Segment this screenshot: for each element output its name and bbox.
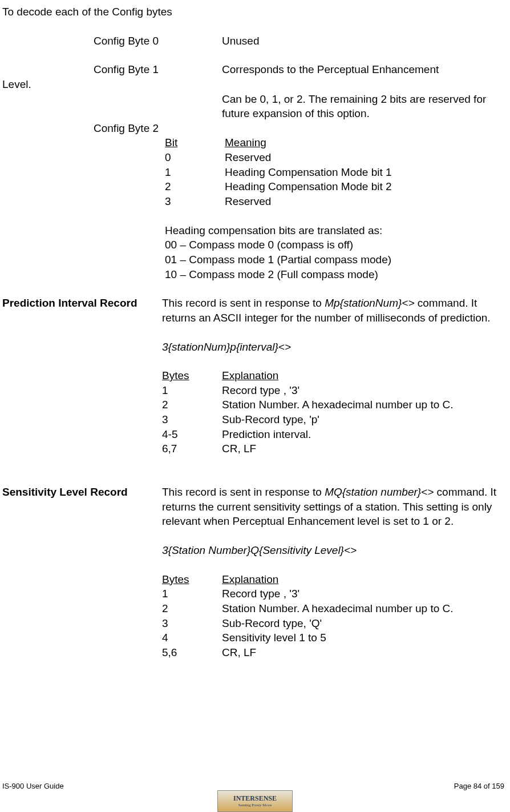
cb2-meaning-header: Meaning [225,135,504,150]
cb2-row-3: 3 Reserved [165,194,504,209]
cb2-header: Bit Meaning [165,135,504,150]
pir-row-0: 1Record type , '3' [162,383,504,398]
slr-header: Bytes Explanation [162,572,504,587]
cb2-mode-1: 01 – Compass mode 1 (Partial compass mod… [165,252,504,267]
slr-row-3: 4Sensitivity level 1 to 5 [162,630,504,645]
footer-left: IS-900 User Guide [2,781,64,791]
cb2-mode-0: 00 – Compass mode 0 (compass is off) [165,238,504,252]
cb1-desc1b: Level. [2,77,504,92]
slr-desc: This record is sent in response to MQ{st… [162,485,504,660]
pir-row-4: 6,7CR, LF [162,441,504,456]
cb2-bit-header: Bit [165,135,225,150]
cb1-desc1: Corresponds to the Perceptual Enhancemen… [222,62,504,77]
sensitivity-level-section: Sensitivity Level Record This record is … [2,485,504,660]
prediction-interval-section: Prediction Interval Record This record i… [2,296,504,456]
config-byte-2-row: Config Byte 2 [2,121,504,136]
pir-title: Prediction Interval Record [2,296,162,456]
cb2-row-1: 1 Heading Compensation Mode bit 1 [165,165,504,180]
cb0-desc: Unused [222,34,504,49]
slr-row-1: 2Station Number. A hexadecimal number up… [162,601,504,616]
pir-format: 3{stationNum}p{interval}<> [162,340,504,355]
pir-row-1: 2Station Number. A hexadecimal number up… [162,397,504,412]
slr-row-4: 5,6CR, LF [162,645,504,660]
pir-row-3: 4-5Prediction interval. [162,427,504,442]
cb2-note: Heading compensation bits are translated… [165,223,504,238]
slr-row-0: 1Record type , '3' [162,586,504,601]
cb1-label: Config Byte 1 [94,62,222,77]
cb0-label: Config Byte 0 [94,34,222,49]
cb2-row-2: 2 Heading Compensation Mode bit 2 [165,179,504,194]
pir-desc: This record is sent in response to Mp{st… [162,296,504,456]
logo: INTERSENSE Sensing Every Move [217,790,293,812]
pir-row-2: 3Sub-Record type, 'p' [162,412,504,427]
cb2-mode-2: 10 – Compass mode 2 (Full compass mode) [165,267,504,282]
config-byte-1-row: Config Byte 1 Corresponds to the Percept… [2,62,504,77]
cb1-desc2: Can be 0, 1, or 2. The remaining 2 bits … [222,92,504,121]
pir-header: Bytes Explanation [162,368,504,383]
slr-row-2: 3Sub-Record type, 'Q' [162,616,504,631]
cb2-row-0: 0 Reserved [165,150,504,165]
slr-format: 3{Station Number}Q{Sensitivity Level}<> [162,543,504,558]
config-byte-0-row: Config Byte 0 Unused [2,34,504,49]
slr-title: Sensitivity Level Record [2,485,162,660]
intro-line: To decode each of the Config bytes [2,5,504,19]
footer-right: Page 84 of 159 [454,781,504,791]
cb2-label: Config Byte 2 [94,121,222,136]
